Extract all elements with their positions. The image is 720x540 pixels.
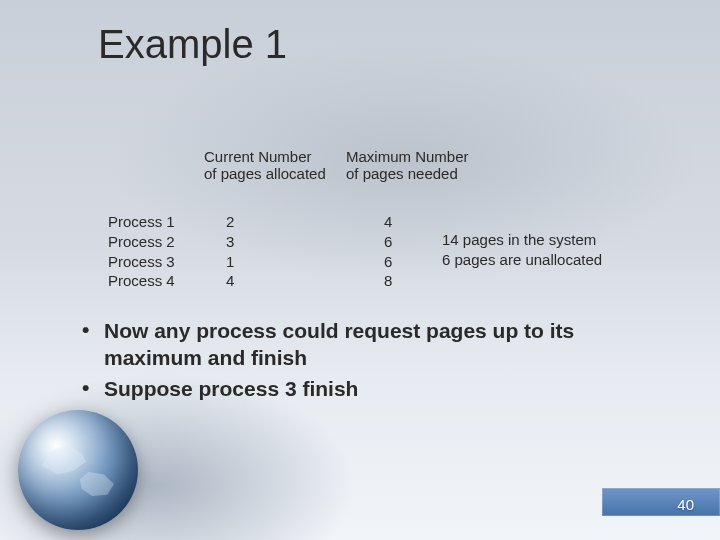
table-row: 1 — [226, 252, 256, 272]
table-row: 3 — [226, 232, 256, 252]
note-line: 14 pages in the system — [442, 230, 602, 250]
table-row: 2 — [226, 212, 256, 232]
globe-icon — [18, 410, 138, 530]
bullet-text: Suppose process 3 finish — [104, 376, 660, 403]
table-row: 6 — [384, 232, 414, 252]
bullet-marker-icon: • — [82, 376, 104, 400]
bullet-text: Now any process could request pages up t… — [104, 318, 660, 372]
slide: Example 1 Current Number of pages alloca… — [0, 0, 720, 540]
table-row: 6 — [384, 252, 414, 272]
current-pages-column: 2 3 1 4 — [226, 212, 256, 291]
column-header-current: Current Number of pages allocated — [204, 148, 344, 183]
table-row: 8 — [384, 271, 414, 291]
slide-title: Example 1 — [98, 22, 287, 67]
maximum-pages-column: 4 6 6 8 — [384, 212, 414, 291]
table-row: Process 3 — [108, 252, 198, 272]
page-number: 40 — [677, 496, 694, 513]
table-row: 4 — [384, 212, 414, 232]
column-header-maximum: Maximum Number of pages needed — [346, 148, 486, 183]
page-number-box — [602, 488, 720, 516]
table-row: Process 2 — [108, 232, 198, 252]
process-name-column: Process 1 Process 2 Process 3 Process 4 — [108, 212, 198, 291]
bullet-item: • Now any process could request pages up… — [82, 318, 660, 372]
system-notes: 14 pages in the system 6 pages are unall… — [442, 230, 602, 271]
bullet-marker-icon: • — [82, 318, 104, 342]
bullet-item: • Suppose process 3 finish — [82, 376, 660, 403]
bullet-list: • Now any process could request pages up… — [82, 318, 660, 407]
note-line: 6 pages are unallocated — [442, 250, 602, 270]
table-row: Process 1 — [108, 212, 198, 232]
table-row: 4 — [226, 271, 256, 291]
table-row: Process 4 — [108, 271, 198, 291]
